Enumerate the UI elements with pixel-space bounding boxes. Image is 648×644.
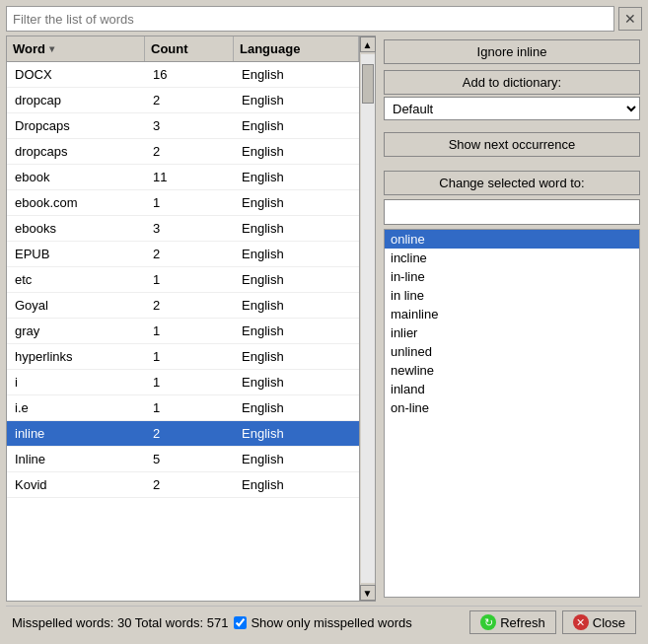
cell-language: English: [234, 452, 359, 466]
close-button[interactable]: ✕ Close: [562, 610, 636, 634]
cell-language: English: [234, 477, 359, 492]
dict-section: Add to dictionary: Default: [384, 70, 640, 120]
show-next-button[interactable]: Show next occurrence: [384, 132, 640, 157]
table-row[interactable]: i 1 English: [7, 370, 359, 395]
word-list-table: Word ▾ Count Language DOCX 16 English dr…: [6, 36, 360, 602]
table-row[interactable]: gray 1 English: [7, 319, 359, 344]
refresh-icon: ↻: [480, 614, 496, 630]
main-window: ✕ Word ▾ Count Language: [0, 0, 648, 644]
table-row[interactable]: ebook 11 English: [7, 165, 359, 190]
status-bar: Misspelled words: 30 Total words: 571 Sh…: [6, 606, 642, 638]
header-language: Language: [234, 36, 359, 61]
suggestions-list[interactable]: onlineinclinein-linein linemainlineinlie…: [384, 229, 640, 598]
cell-language: English: [234, 375, 359, 390]
cell-language: English: [234, 426, 359, 441]
refresh-button[interactable]: ↻ Refresh: [469, 610, 556, 634]
cell-count: 1: [145, 400, 234, 415]
ignore-inline-button[interactable]: Ignore inline: [384, 39, 640, 64]
cell-count: 2: [145, 144, 234, 159]
cell-count: 3: [145, 221, 234, 236]
suggestion-item[interactable]: online: [385, 230, 639, 249]
cell-count: 1: [145, 323, 234, 338]
cell-count: 2: [145, 477, 234, 492]
table-row[interactable]: i.e 1 English: [7, 395, 359, 421]
filter-clear-button[interactable]: ✕: [618, 7, 642, 31]
suggestion-item[interactable]: inlier: [385, 323, 639, 342]
suggestion-item[interactable]: on-line: [385, 398, 639, 417]
table-row[interactable]: ebook.com 1 English: [7, 190, 359, 216]
close-icon: ✕: [573, 614, 589, 630]
cell-count: 2: [145, 93, 234, 107]
scrollbar-track[interactable]: [361, 54, 375, 583]
table-row[interactable]: Kovid 2 English: [7, 472, 359, 498]
sort-icon-word: ▾: [49, 43, 54, 54]
scroll-up-button[interactable]: ▲: [360, 36, 376, 52]
cell-word: i: [7, 375, 145, 390]
cell-count: 1: [145, 195, 234, 210]
cell-count: 1: [145, 375, 234, 390]
cell-count: 11: [145, 170, 234, 184]
table-row[interactable]: EPUB 2 English: [7, 242, 359, 267]
cell-word: ebook.com: [7, 195, 145, 210]
header-word: Word ▾: [7, 36, 145, 61]
table-row[interactable]: Goyal 2 English: [7, 293, 359, 319]
cell-word: i.e: [7, 400, 145, 415]
cell-language: English: [234, 400, 359, 415]
status-text: Misspelled words: 30 Total words: 571: [12, 615, 228, 630]
show-misspelled-label[interactable]: Show only misspelled words: [234, 615, 411, 630]
close-label: Close: [593, 615, 625, 630]
cell-count: 1: [145, 272, 234, 287]
suggestion-item[interactable]: newline: [385, 361, 639, 380]
scroll-down-button[interactable]: ▼: [360, 585, 376, 601]
refresh-label: Refresh: [500, 615, 545, 630]
cell-count: 3: [145, 118, 234, 133]
suggestion-item[interactable]: incline: [385, 249, 639, 267]
status-left: Misspelled words: 30 Total words: 571 Sh…: [12, 615, 412, 630]
table-row[interactable]: Dropcaps 3 English: [7, 113, 359, 139]
cell-word: hyperlinks: [7, 349, 145, 364]
table-body[interactable]: DOCX 16 English dropcap 2 English Dropca…: [7, 62, 359, 601]
table-row[interactable]: inline 2 English: [7, 421, 359, 447]
change-selected-button[interactable]: Change selected word to:: [384, 171, 640, 195]
filter-input[interactable]: [6, 6, 614, 32]
dictionary-select[interactable]: Default: [384, 97, 640, 120]
add-to-dict-button[interactable]: Add to dictionary:: [384, 70, 640, 95]
cell-word: gray: [7, 323, 145, 338]
table-row[interactable]: dropcaps 2 English: [7, 139, 359, 165]
cell-language: English: [234, 195, 359, 210]
cell-language: English: [234, 247, 359, 261]
suggestion-item[interactable]: inland: [385, 380, 639, 398]
change-section: Change selected word to: online onlinein…: [382, 167, 642, 602]
cell-count: 2: [145, 426, 234, 441]
cell-word: ebooks: [7, 221, 145, 236]
scrollbar-thumb[interactable]: [362, 64, 374, 104]
header-count: Count: [145, 36, 234, 61]
action-buttons: ↻ Refresh ✕ Close: [469, 610, 636, 634]
checkbox-text: Show only misspelled words: [251, 615, 411, 630]
table-row[interactable]: ebooks 3 English: [7, 216, 359, 242]
cell-count: 2: [145, 298, 234, 313]
right-top-area: Ignore inline Add to dictionary: Default…: [382, 36, 642, 161]
cell-word: Goyal: [7, 298, 145, 313]
table-row[interactable]: dropcap 2 English: [7, 88, 359, 113]
suggestion-item[interactable]: unlined: [385, 342, 639, 361]
cell-word: Inline: [7, 452, 145, 466]
cell-language: English: [234, 298, 359, 313]
content-area: Word ▾ Count Language DOCX 16 English dr…: [6, 36, 642, 602]
table-row[interactable]: DOCX 16 English: [7, 62, 359, 88]
cell-language: English: [234, 144, 359, 159]
table-row[interactable]: hyperlinks 1 English: [7, 344, 359, 370]
suggestion-item[interactable]: in line: [385, 286, 639, 305]
change-word-input[interactable]: online: [384, 199, 640, 225]
cell-word: DOCX: [7, 67, 145, 82]
show-misspelled-checkbox[interactable]: [234, 616, 247, 629]
suggestion-item[interactable]: in-line: [385, 267, 639, 286]
cell-count: 2: [145, 247, 234, 261]
table-row[interactable]: etc 1 English: [7, 267, 359, 293]
suggestion-item[interactable]: mainline: [385, 305, 639, 323]
cell-word: inline: [7, 426, 145, 441]
table-header: Word ▾ Count Language: [7, 36, 359, 62]
cell-language: English: [234, 323, 359, 338]
table-row[interactable]: Inline 5 English: [7, 447, 359, 472]
scrollbar[interactable]: ▲ ▼: [360, 36, 376, 602]
